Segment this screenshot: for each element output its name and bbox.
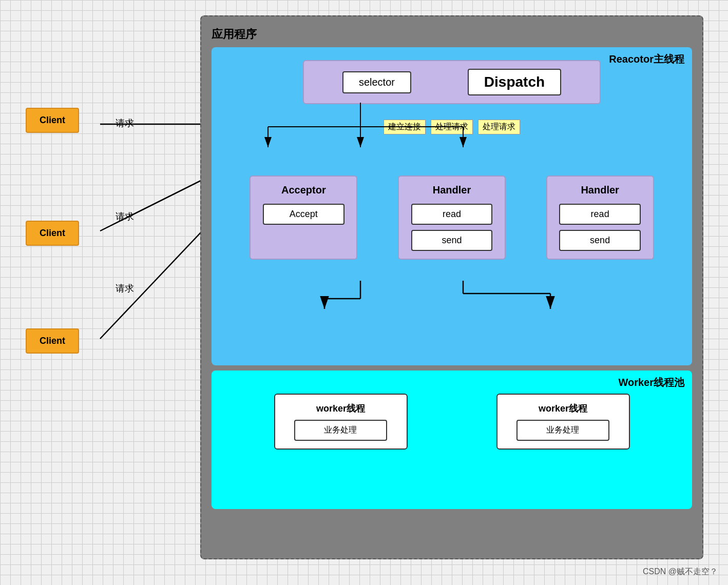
workers-row: worker线程 业务处理 worker线程 业务处理 xyxy=(219,394,684,450)
label-establish: 建立连接 xyxy=(384,120,426,134)
worker-label: Worker线程池 xyxy=(618,376,684,389)
handler2-read: read xyxy=(559,204,640,225)
label-handle2: 处理请求 xyxy=(478,120,520,134)
client3-box: Client xyxy=(26,328,79,354)
app-label: 应用程序 xyxy=(212,27,692,42)
handler2-send: send xyxy=(559,230,640,251)
req-label-2: 请求 xyxy=(116,210,134,223)
acceptor-box: Acceptor Accept xyxy=(250,176,357,260)
handler2-title: Handler xyxy=(581,184,619,196)
reactor-section: Reacotor主线程 selector Dispatch 建立连接 处理请求 … xyxy=(212,47,692,365)
selector-box: selector xyxy=(342,71,411,93)
handler1-read: read xyxy=(411,204,492,225)
handler1-box: Handler read send xyxy=(398,176,506,260)
reactor-label: Reacotor主线程 xyxy=(609,52,684,66)
worker1-inner: 业务处理 xyxy=(294,420,387,441)
csdn-label: CSDN @贼不走空？ xyxy=(643,567,718,577)
arrow-labels-row: 建立连接 处理请求 处理请求 xyxy=(219,120,684,134)
handlers-row: Acceptor Accept Handler read send Handle… xyxy=(219,176,684,260)
handler2-box: Handler read send xyxy=(546,176,654,260)
dispatch-box: Dispatch xyxy=(468,69,561,95)
handler1-send: send xyxy=(411,230,492,251)
client1-box: Client xyxy=(26,108,79,133)
acceptor-title: Acceptor xyxy=(281,184,326,196)
label-handle1: 处理请求 xyxy=(431,120,473,134)
accept-inner: Accept xyxy=(263,204,344,225)
selector-dispatch-box: selector Dispatch xyxy=(303,60,601,104)
worker1-title: worker线程 xyxy=(316,402,365,415)
handler1-title: Handler xyxy=(433,184,471,196)
worker-section: Worker线程池 worker线程 业务处理 worker线程 业务处理 xyxy=(212,371,692,509)
worker2-inner: 业务处理 xyxy=(516,420,609,441)
worker1-box: worker线程 业务处理 xyxy=(274,394,408,450)
client2-box: Client xyxy=(26,221,79,246)
worker2-title: worker线程 xyxy=(539,402,587,415)
req-label-1: 请求 xyxy=(116,117,134,129)
worker2-box: worker线程 业务处理 xyxy=(496,394,630,450)
diagram-container: 应用程序 Reacotor主线程 selector Dispatch 建立连接 … xyxy=(200,15,703,559)
req-label-3: 请求 xyxy=(116,282,134,295)
